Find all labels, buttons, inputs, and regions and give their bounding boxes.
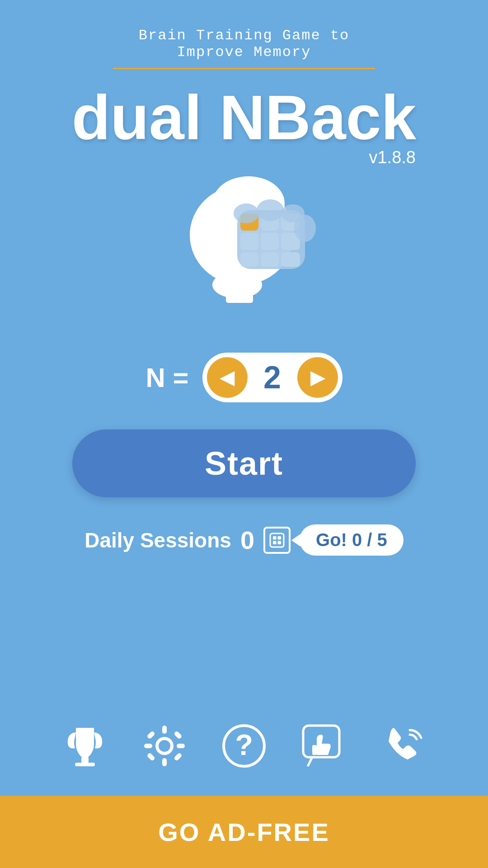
svg-point-17	[294, 215, 316, 242]
svg-rect-24	[75, 763, 95, 766]
start-button[interactable]: Start	[72, 429, 416, 497]
svg-rect-9	[261, 233, 279, 250]
trophy-icon[interactable]	[62, 723, 108, 769]
main-content: Brain Training Game to Improve Memory du…	[0, 0, 488, 796]
n-control: N = ◀ 2 ▶	[145, 353, 342, 402]
gear-icon[interactable]	[142, 723, 187, 769]
help-icon[interactable]: ?	[221, 723, 267, 769]
svg-rect-22	[278, 541, 282, 544]
svg-rect-12	[261, 252, 279, 267]
n-label: N =	[145, 362, 188, 393]
svg-rect-31	[174, 731, 183, 740]
svg-rect-18	[270, 533, 284, 547]
sessions-count: 0	[240, 525, 254, 555]
rate-icon[interactable]	[301, 723, 346, 769]
sessions-icon[interactable]	[263, 527, 291, 554]
svg-rect-20	[278, 536, 282, 540]
n-decrement-button[interactable]: ◀	[207, 357, 248, 398]
svg-rect-11	[240, 252, 258, 267]
svg-rect-30	[146, 731, 155, 740]
n-increment-button[interactable]: ▶	[297, 357, 338, 398]
svg-point-15	[257, 199, 284, 221]
svg-rect-8	[240, 233, 258, 250]
svg-rect-27	[162, 758, 167, 766]
n-value: 2	[248, 359, 297, 396]
svg-point-2	[212, 271, 262, 298]
daily-sessions-label: Daily Sessions	[84, 528, 231, 552]
svg-rect-37	[312, 745, 317, 755]
brain-illustration	[167, 176, 321, 330]
daily-sessions-row: Daily Sessions 0 Go! 0 / 5	[84, 524, 404, 556]
app-subtitle: Brain Training Game to Improve Memory	[113, 27, 375, 69]
svg-point-14	[234, 203, 259, 223]
svg-rect-29	[177, 744, 185, 748]
app-title: dual NBack	[72, 83, 416, 152]
svg-rect-28	[144, 744, 152, 748]
svg-rect-23	[81, 757, 89, 763]
svg-rect-32	[146, 752, 155, 761]
ad-free-banner[interactable]: GO AD-FREE	[0, 796, 488, 868]
svg-rect-13	[281, 252, 300, 267]
phone-icon[interactable]	[380, 723, 426, 769]
ad-free-label: GO AD-FREE	[158, 817, 329, 847]
n-selector-container: ◀ 2 ▶	[202, 353, 343, 402]
svg-text:?: ?	[235, 728, 253, 761]
svg-point-25	[159, 740, 170, 752]
svg-rect-33	[174, 752, 183, 761]
svg-rect-21	[273, 541, 277, 544]
go-bubble[interactable]: Go! 0 / 5	[300, 524, 404, 556]
app-version: v1.8.8	[369, 148, 416, 167]
svg-rect-19	[273, 536, 277, 540]
bottom-nav: ?	[18, 705, 470, 787]
svg-rect-26	[162, 726, 167, 734]
